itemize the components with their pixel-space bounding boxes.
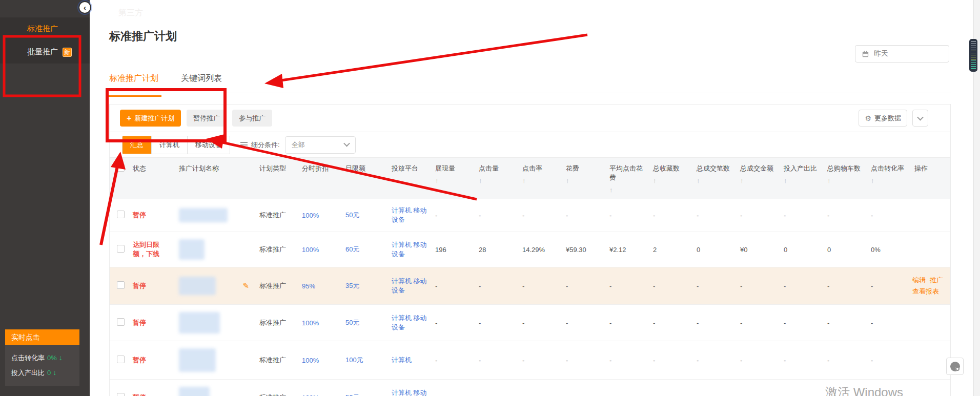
- platform-link[interactable]: 计算机 移动设备: [392, 277, 427, 294]
- cell-ctr: -: [518, 267, 562, 305]
- row-checkbox-cell: [110, 267, 129, 305]
- column-header-discount[interactable]: 分时折扣: [298, 158, 341, 199]
- daily_limit-link[interactable]: 50元: [345, 211, 359, 219]
- segment-移动设备[interactable]: 移动设备: [187, 136, 230, 154]
- column-header-type[interactable]: 计划类型: [255, 158, 298, 199]
- cell-status: 暂停: [129, 341, 175, 380]
- sort-arrow-icon[interactable]: ↑: [522, 177, 558, 184]
- action-link-查看报表[interactable]: 查看报表: [912, 287, 939, 295]
- cell-value: -: [784, 394, 786, 396]
- column-header-roi[interactable]: 投入产出比↑: [780, 158, 823, 199]
- daily_limit-link[interactable]: 50元: [345, 319, 359, 326]
- extension-handle[interactable]: [969, 39, 977, 72]
- sidebar-item-第三方[interactable]: 第三方: [90, 0, 980, 26]
- column-header-carts[interactable]: 总购物车数↑: [823, 158, 867, 199]
- sort-arrow-icon[interactable]: ↑: [566, 177, 601, 184]
- cell-orders: -: [692, 305, 736, 341]
- column-header-impressions[interactable]: 展现量↑: [431, 158, 475, 199]
- column-header-favorites[interactable]: 总收藏数↑: [649, 158, 692, 199]
- discount-link[interactable]: 100%: [302, 394, 319, 396]
- cell-actions: [910, 305, 951, 341]
- sidebar-collapse-button[interactable]: ‹: [78, 1, 91, 14]
- cell-ctr: -: [518, 199, 562, 232]
- discount-link[interactable]: 100%: [302, 212, 319, 219]
- create-campaign-button[interactable]: +新建推广计划: [120, 110, 181, 127]
- cell-roi: -: [780, 380, 823, 396]
- discount-link[interactable]: 95%: [302, 282, 315, 290]
- cell-value: 标准推广: [259, 393, 286, 396]
- action-link-编辑[interactable]: 编辑: [912, 276, 926, 284]
- discount-link[interactable]: 100%: [302, 357, 319, 364]
- sort-arrow-icon[interactable]: ↑: [609, 186, 645, 194]
- condition-select[interactable]: 全部: [285, 136, 356, 154]
- daily_limit-link[interactable]: 50元: [345, 393, 359, 396]
- sidebar-item-批量推广[interactable]: 批量推广新: [0, 40, 90, 64]
- toolbar-button-暂停推广[interactable]: 暂停推广: [187, 110, 227, 127]
- column-header-cost[interactable]: 花费↑: [562, 158, 605, 199]
- daily_limit-link[interactable]: 35元: [345, 282, 359, 289]
- sort-arrow-icon[interactable]: ↑: [871, 177, 906, 184]
- date-range-picker[interactable]: 昨天: [855, 45, 949, 62]
- column-header-platform[interactable]: 投放平台: [387, 158, 431, 199]
- sort-arrow-icon[interactable]: ↑: [784, 177, 819, 184]
- cell-value: 28: [479, 246, 486, 254]
- column-header-cvr[interactable]: 点击转化率↑: [867, 158, 910, 199]
- campaign-name: [179, 312, 251, 334]
- segment-汇总[interactable]: 汇总: [122, 136, 151, 154]
- column-header-actions[interactable]: 操作: [910, 158, 951, 199]
- platform-link[interactable]: 计算机 移动设备: [392, 389, 427, 396]
- row-checkbox[interactable]: [117, 245, 125, 253]
- row-checkbox[interactable]: [117, 318, 125, 326]
- platform-link[interactable]: 计算机 移动设备: [392, 314, 427, 331]
- column-header-name[interactable]: 推广计划名称: [175, 158, 255, 199]
- toolbar-button-参与推广[interactable]: 参与推广: [232, 110, 272, 127]
- column-header-ctr[interactable]: 点击率↑: [518, 158, 562, 199]
- row-checkbox[interactable]: [117, 393, 125, 396]
- platform-link[interactable]: 计算机: [392, 356, 412, 364]
- column-header-orders[interactable]: 总成交笔数↑: [692, 158, 736, 199]
- column-header-status[interactable]: 状态: [129, 158, 175, 199]
- action-link-推广[interactable]: 推广: [930, 276, 943, 284]
- tab-关键词列表[interactable]: 关键词列表: [181, 73, 222, 91]
- cell-cost: ¥59.30: [562, 232, 605, 267]
- sort-arrow-icon[interactable]: ↑: [479, 177, 514, 184]
- more-data-button[interactable]: ⚙ 更多数据: [859, 110, 907, 127]
- realtime-panel-body: 点击转化率0%↓投入产出比0↓: [5, 345, 79, 386]
- column-header-revenue[interactable]: 总成交金额↑: [736, 158, 780, 199]
- blurred-campaign-name: [179, 387, 210, 396]
- row-checkbox[interactable]: [117, 356, 125, 363]
- status-badge: 暂停: [133, 282, 146, 289]
- discount-link[interactable]: 100%: [302, 319, 319, 327]
- cell-discount: 100%: [298, 341, 341, 380]
- select-all-checkbox[interactable]: [117, 164, 125, 172]
- column-header-clicks[interactable]: 点击量↑: [475, 158, 518, 199]
- tab-标准推广计划[interactable]: 标准推广计划: [109, 73, 158, 91]
- cell-value: -: [784, 212, 786, 219]
- sort-arrow-icon[interactable]: ↑: [827, 177, 863, 184]
- platform-link[interactable]: 计算机 移动设备: [392, 206, 427, 223]
- collapse-toolbar-button[interactable]: [912, 110, 928, 127]
- filter-row: 汇总计算机移动设备 细分条件: 全部: [110, 132, 950, 158]
- sort-arrow-icon[interactable]: ↑: [697, 177, 732, 184]
- cell-avg_cpc: -: [605, 199, 649, 232]
- realtime-metric-label: 点击转化率: [11, 354, 45, 362]
- sort-arrow-icon[interactable]: ↑: [653, 177, 688, 184]
- daily_limit-link[interactable]: 60元: [345, 245, 359, 253]
- row-checkbox[interactable]: [117, 281, 125, 289]
- platform-link[interactable]: 计算机 移动设备: [392, 241, 427, 258]
- cell-cost: -: [562, 380, 605, 396]
- daily_limit-link[interactable]: 100元: [345, 356, 363, 364]
- segment-计算机[interactable]: 计算机: [151, 136, 187, 154]
- sidebar-item-label: 批量推广: [27, 47, 58, 57]
- edit-pencil-icon[interactable]: ✎: [242, 281, 249, 290]
- realtime-clicks-panel: 实时点击 点击转化率0%↓投入产出比0↓: [5, 329, 79, 386]
- floating-widget-button[interactable]: [946, 358, 964, 375]
- discount-link[interactable]: 100%: [302, 246, 319, 254]
- sidebar-item-标准推广[interactable]: 标准推广: [0, 17, 90, 40]
- column-header-daily_limit[interactable]: 日限额: [341, 158, 387, 199]
- sort-arrow-icon[interactable]: ↑: [435, 177, 471, 184]
- sort-arrow-icon[interactable]: ↑: [740, 177, 775, 184]
- column-header-avg_cpc[interactable]: 平均点击花费↑: [605, 158, 649, 199]
- row-checkbox[interactable]: [117, 211, 125, 218]
- cell-avg_cpc: -: [605, 305, 649, 341]
